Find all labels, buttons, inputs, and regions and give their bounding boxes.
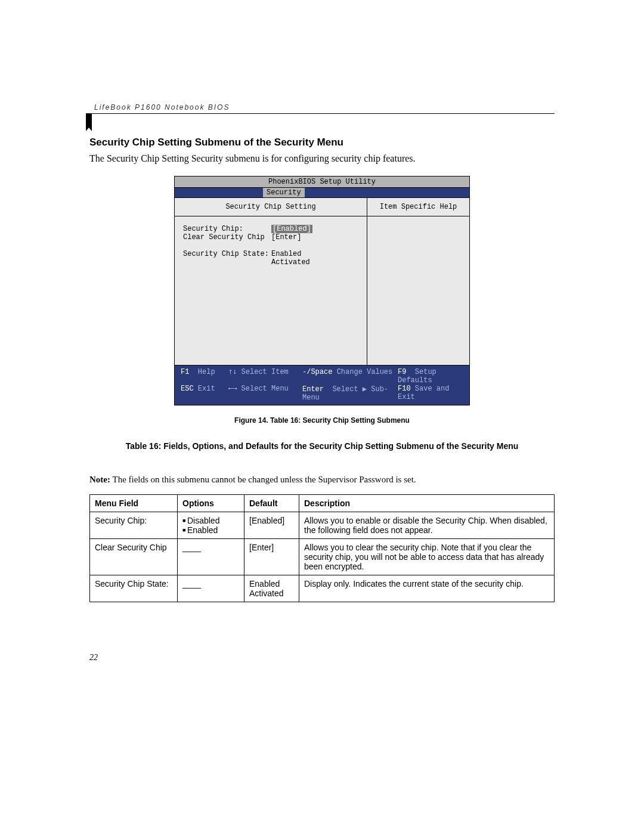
th-options: Options — [178, 495, 244, 512]
bios-action-exit: Exit — [198, 385, 215, 393]
option-item: Disabled — [182, 516, 239, 525]
cell-options-blank: ____ — [178, 539, 244, 575]
th-menu-field: Menu Field — [90, 495, 178, 512]
bios-key-updown: ↑↓ — [228, 368, 237, 376]
cell-menu-field: Security Chip: — [90, 512, 178, 539]
bios-value: [Enter] — [271, 233, 301, 241]
section-intro: The Security Chip Setting Security subme… — [89, 153, 555, 164]
th-default: Default — [244, 495, 299, 512]
note-label: Note: — [89, 475, 110, 484]
bios-action-help: Help — [198, 368, 215, 376]
note-text: The fields on this submenu cannot be cha… — [110, 475, 416, 484]
cell-options: Disabled Enabled — [178, 512, 244, 539]
bios-key-space: -/Space — [302, 368, 332, 376]
bios-key-f9: F9 — [398, 368, 406, 376]
bios-field-clear-chip: Clear Security Chip [Enter] — [183, 233, 358, 241]
cell-menu-field: Clear Security Chip — [90, 539, 178, 575]
bios-value: Activated — [271, 258, 310, 267]
table-row: Clear Security Chip ____ [Enter] Allows … — [90, 539, 555, 575]
figure-caption: Figure 14. Table 16: Security Chip Setti… — [89, 416, 555, 425]
bios-label: Security Chip: — [183, 225, 271, 233]
bios-key-esc: ESC — [181, 385, 194, 393]
bios-footer: F1 Help ↑↓ Select Item -/Space Change Va… — [175, 365, 469, 405]
running-head-line: LifeBook P1600 Notebook BIOS — [89, 101, 555, 114]
bios-key-enter: Enter — [302, 385, 324, 394]
page-number: 22 — [89, 653, 98, 662]
cell-menu-field: Security Chip State: — [90, 575, 178, 602]
cell-options-blank: ____ — [178, 575, 244, 602]
bios-field-security-chip: Security Chip: [Enabled] — [183, 225, 358, 233]
bios-action-select-item: Select Item — [242, 368, 289, 376]
bios-action-change: Change Values — [337, 368, 393, 376]
bios-left-heading: Security Chip Setting — [175, 198, 367, 216]
table-row: Security Chip: Disabled Enabled [Enabled… — [90, 512, 555, 539]
cell-description: Display only. Indicates the current stat… — [299, 575, 555, 602]
cell-description: Allows you to enable or disable the Secu… — [299, 512, 555, 539]
section-title: Security Chip Setting Submenu of the Sec… — [89, 137, 555, 148]
bios-right-heading: Item Specific Help — [367, 198, 469, 216]
header-marker-icon — [83, 113, 94, 131]
table-title: Table 16: Fields, Options, and Defaults … — [89, 441, 555, 451]
option-item: Enabled — [182, 525, 239, 535]
th-description: Description — [299, 495, 555, 512]
cell-default: [Enabled] — [244, 512, 299, 539]
note-line: Note: The fields on this submenu cannot … — [89, 475, 555, 485]
bios-key-f1: F1 — [181, 368, 189, 376]
bios-utility-title: PhoenixBIOS Setup Utility — [175, 176, 469, 188]
bios-label: Clear Security Chip — [183, 233, 271, 241]
bios-field-state-2: Activated — [183, 258, 358, 267]
bios-action-select-menu: Select Menu — [242, 385, 289, 393]
bios-value-selected: [Enabled] — [271, 225, 312, 233]
bios-key-f10: F10 — [398, 385, 411, 393]
cell-default: Enabled Activated — [244, 575, 299, 602]
bios-value: Enabled — [271, 250, 301, 258]
bios-field-state: Security Chip State: Enabled — [183, 250, 358, 258]
bios-key-leftright: ←→ — [228, 385, 237, 393]
bios-active-tab: Security — [263, 188, 305, 197]
bios-screenshot: PhoenixBIOS Setup Utility Security Secur… — [174, 176, 470, 405]
table-row: Security Chip State: ____ Enabled Activa… — [90, 575, 555, 602]
bios-menubar: Security — [175, 188, 469, 198]
running-head: LifeBook P1600 Notebook BIOS — [94, 103, 230, 112]
cell-description: Allows you to clear the security chip. N… — [299, 539, 555, 575]
fields-table: Menu Field Options Default Description S… — [89, 494, 555, 602]
cell-default: [Enter] — [244, 539, 299, 575]
bios-label: Security Chip State: — [183, 250, 271, 258]
